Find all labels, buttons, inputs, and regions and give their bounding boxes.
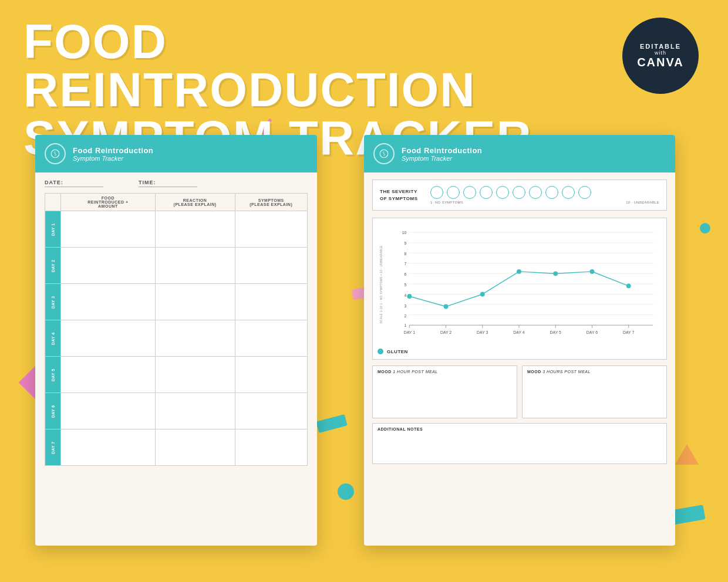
table-row: DAY 4	[45, 320, 308, 357]
right-card: Food Reintroduction Symptom Tracker THE …	[364, 135, 675, 546]
chart-section: SCALE 1-10 1 - NO SYMPTOMS • 10 - UNBEAR…	[372, 218, 667, 360]
svg-text:4: 4	[405, 293, 407, 297]
th-reaction: REACTION(PLEASE EXPLAIN)	[155, 194, 235, 211]
left-card-body: DATE: TIME: FOODREINTRODUCED +AMOUNT REA…	[35, 172, 317, 473]
severity-section: THE SEVERITYOF SYMPTOMS 1- NO SYMPTOMS	[372, 180, 667, 211]
circle-6	[513, 186, 525, 199]
chart-point-1	[407, 294, 412, 299]
canva-brand-label: CANVA	[637, 56, 684, 69]
circle-4	[480, 186, 493, 199]
day5-cell: DAY 5	[45, 357, 61, 393]
severity-circles: 1- NO SYMPTOMS 10 - UNBEARABLE	[430, 186, 659, 204]
scale-max: 10 - UNBEARABLE	[626, 201, 659, 204]
date-time-row: DATE: TIME:	[45, 180, 308, 187]
day7-reaction	[155, 429, 235, 466]
left-header-title1: Food Reintroduction	[73, 146, 153, 155]
th-empty	[45, 194, 61, 211]
table-row: DAY 5	[45, 357, 308, 393]
notes-label: ADDITIONAL NOTES	[378, 427, 662, 431]
day6-symptoms	[235, 393, 308, 429]
day1-symptoms	[235, 211, 308, 248]
canva-badge: EDITABLE with CANVA	[622, 18, 699, 94]
right-card-body: THE SEVERITYOF SYMPTOMS 1- NO SYMPTOMS	[364, 172, 675, 471]
canva-editable-label: EDITABLE	[640, 43, 681, 50]
circle-3	[463, 186, 476, 199]
circle-7	[529, 186, 542, 199]
mood3-box: MOOD 3 HOURS POST MEAL	[522, 366, 667, 418]
svg-text:8: 8	[405, 252, 407, 256]
right-header-icon	[373, 143, 395, 164]
day4-food	[61, 320, 156, 357]
day5-food	[61, 357, 156, 393]
day7-symptoms	[235, 429, 308, 466]
right-header-title2: Symptom Tracker	[402, 155, 482, 162]
right-card-header: Food Reintroduction Symptom Tracker	[364, 135, 675, 172]
day6-reaction	[155, 393, 235, 429]
circle-8	[545, 186, 558, 199]
legend-dot	[378, 348, 383, 354]
mood1-box: MOOD 1 HOUR POST MEAL	[372, 366, 517, 418]
time-label: TIME:	[139, 180, 197, 187]
table-row: DAY 6	[45, 393, 308, 429]
svg-text:DAY 5: DAY 5	[550, 330, 561, 334]
table-row: DAY 1	[45, 211, 308, 248]
svg-text:DAY 1: DAY 1	[404, 330, 415, 334]
day1-cell: DAY 1	[45, 211, 61, 248]
chart-svg: SCALE 1-10 1 - NO SYMPTOMS • 10 - UNBEAR…	[378, 223, 662, 346]
table-row: DAY 2	[45, 248, 308, 284]
day4-reaction	[155, 320, 235, 357]
svg-text:2: 2	[405, 314, 407, 318]
svg-text:DAY 4: DAY 4	[513, 330, 524, 334]
day2-reaction	[155, 248, 235, 284]
day6-cell: DAY 6	[45, 393, 61, 429]
day3-symptoms	[235, 284, 308, 320]
svg-text:3: 3	[405, 304, 407, 308]
day3-food	[61, 284, 156, 320]
right-header-title1: Food Reintroduction	[402, 146, 482, 155]
svg-text:DAY 2: DAY 2	[440, 330, 451, 334]
left-card: Food Reintroduction Symptom Tracker DATE…	[35, 135, 317, 546]
date-label: DATE:	[45, 180, 103, 187]
circle-9	[562, 186, 575, 199]
canva-with-label: with	[655, 50, 666, 56]
chart-point-2	[444, 304, 449, 309]
day1-reaction	[155, 211, 235, 248]
title-line1: FOOD REINTRODUCTION	[23, 15, 476, 116]
svg-text:9: 9	[405, 241, 407, 245]
table-row: DAY 7	[45, 429, 308, 466]
svg-text:6: 6	[405, 272, 407, 276]
day7-cell: DAY 7	[45, 429, 61, 466]
chart-point-6	[590, 269, 595, 274]
mood1-label: MOOD 1 HOUR POST MEAL	[378, 370, 512, 374]
orange-triangle-deco	[675, 444, 699, 465]
legend-label: GLUTEN	[387, 349, 408, 354]
teal-small-circle-deco	[700, 223, 710, 234]
mood-row: MOOD 1 HOUR POST MEAL MOOD 3 HOURS POST …	[372, 366, 667, 418]
day3-reaction	[155, 284, 235, 320]
day7-food	[61, 429, 156, 466]
severity-scale: 1- NO SYMPTOMS 10 - UNBEARABLE	[430, 201, 659, 204]
chart-point-3	[480, 292, 485, 297]
mood3-label: MOOD 3 HOURS POST MEAL	[527, 370, 662, 374]
day2-cell: DAY 2	[45, 248, 61, 284]
day5-symptoms	[235, 357, 308, 393]
right-header-text: Food Reintroduction Symptom Tracker	[402, 146, 482, 162]
left-header-text: Food Reintroduction Symptom Tracker	[73, 146, 153, 162]
circles-row	[430, 186, 659, 199]
day2-symptoms	[235, 248, 308, 284]
severity-label: THE SEVERITYOF SYMPTOMS	[380, 188, 421, 201]
chart-legend: GLUTEN	[378, 348, 662, 354]
left-header-title2: Symptom Tracker	[73, 155, 153, 162]
mood1-sublabel: 1 HOUR POST MEAL	[393, 370, 437, 374]
svg-text:10: 10	[402, 231, 407, 235]
left-header-icon	[45, 143, 66, 164]
circle-10	[578, 186, 591, 199]
day1-food	[61, 211, 156, 248]
left-card-header: Food Reintroduction Symptom Tracker	[35, 135, 317, 172]
th-symptoms: SYMPTOMS(PLEASE EXPLAIN)	[235, 194, 308, 211]
svg-text:DAY 7: DAY 7	[623, 330, 634, 334]
svg-text:5: 5	[405, 283, 407, 287]
chart-container: SCALE 1-10 1 - NO SYMPTOMS • 10 - UNBEAR…	[378, 223, 662, 346]
svg-text:1: 1	[405, 323, 407, 327]
day5-reaction	[155, 357, 235, 393]
